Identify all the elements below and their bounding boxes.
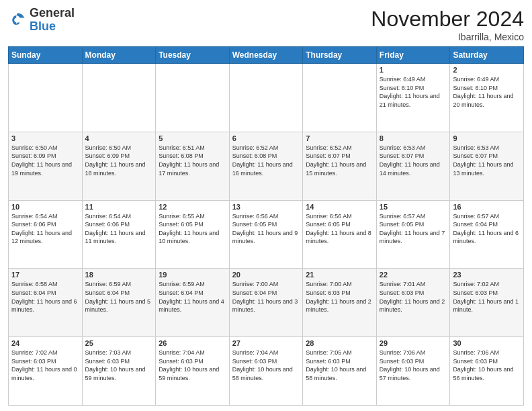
calendar-cell: 8Sunrise: 6:53 AMSunset: 6:07 PMDaylight… <box>376 132 450 200</box>
calendar-cell: 3Sunrise: 6:50 AMSunset: 6:09 PMDaylight… <box>9 132 83 200</box>
day-number: 4 <box>85 134 153 142</box>
calendar-cell <box>82 64 156 132</box>
day-number: 27 <box>232 339 300 347</box>
calendar-week-2: 3Sunrise: 6:50 AMSunset: 6:09 PMDaylight… <box>9 132 524 200</box>
day-info: Sunrise: 7:01 AMSunset: 6:03 PMDaylight:… <box>380 280 447 314</box>
calendar-cell: 26Sunrise: 7:04 AMSunset: 6:03 PMDayligh… <box>156 337 230 406</box>
month-title: November 2024 <box>371 7 524 32</box>
day-number: 9 <box>453 134 521 142</box>
day-number: 26 <box>159 339 226 347</box>
calendar-cell: 23Sunrise: 7:02 AMSunset: 6:03 PMDayligh… <box>450 269 524 337</box>
day-info: Sunrise: 6:57 AMSunset: 6:05 PMDaylight:… <box>380 212 447 246</box>
calendar-cell <box>9 64 83 132</box>
col-saturday: Saturday <box>450 47 524 64</box>
day-info: Sunrise: 6:55 AMSunset: 6:05 PMDaylight:… <box>159 212 226 246</box>
calendar-cell: 22Sunrise: 7:01 AMSunset: 6:03 PMDayligh… <box>376 269 450 337</box>
day-info: Sunrise: 6:49 AMSunset: 6:10 PMDaylight:… <box>380 75 447 109</box>
calendar-cell: 25Sunrise: 7:03 AMSunset: 6:03 PMDayligh… <box>82 337 156 406</box>
calendar-cell: 16Sunrise: 6:57 AMSunset: 6:04 PMDayligh… <box>450 200 524 269</box>
day-info: Sunrise: 6:50 AMSunset: 6:09 PMDaylight:… <box>11 144 79 177</box>
day-number: 30 <box>453 339 521 347</box>
calendar-cell: 15Sunrise: 6:57 AMSunset: 6:05 PMDayligh… <box>376 200 450 269</box>
col-monday: Monday <box>82 47 156 64</box>
calendar-cell: 12Sunrise: 6:55 AMSunset: 6:05 PMDayligh… <box>156 200 230 269</box>
day-number: 10 <box>11 203 79 211</box>
day-number: 8 <box>380 134 447 142</box>
calendar-page: General Blue November 2024 Ibarrilla, Me… <box>0 0 532 411</box>
calendar-cell: 29Sunrise: 7:06 AMSunset: 6:03 PMDayligh… <box>376 337 450 406</box>
calendar-cell: 19Sunrise: 6:59 AMSunset: 6:04 PMDayligh… <box>156 269 230 337</box>
day-number: 1 <box>380 66 447 74</box>
calendar-cell <box>229 64 303 132</box>
calendar-cell: 1Sunrise: 6:49 AMSunset: 6:10 PMDaylight… <box>376 64 450 132</box>
calendar-cell: 2Sunrise: 6:49 AMSunset: 6:10 PMDaylight… <box>450 64 524 132</box>
day-info: Sunrise: 6:59 AMSunset: 6:04 PMDaylight:… <box>85 280 153 314</box>
title-block: November 2024 Ibarrilla, Mexico <box>371 7 524 42</box>
day-number: 17 <box>11 271 79 279</box>
day-info: Sunrise: 7:06 AMSunset: 6:03 PMDaylight:… <box>453 349 521 382</box>
calendar-week-4: 17Sunrise: 6:58 AMSunset: 6:04 PMDayligh… <box>9 269 524 337</box>
calendar-cell: 21Sunrise: 7:00 AMSunset: 6:03 PMDayligh… <box>303 269 377 337</box>
day-number: 24 <box>11 339 79 347</box>
day-number: 7 <box>306 134 373 142</box>
day-number: 16 <box>453 203 521 211</box>
calendar-week-5: 24Sunrise: 7:02 AMSunset: 6:03 PMDayligh… <box>9 337 524 406</box>
calendar-cell: 6Sunrise: 6:52 AMSunset: 6:08 PMDaylight… <box>229 132 303 200</box>
day-number: 13 <box>232 203 300 211</box>
calendar-cell <box>303 64 377 132</box>
logo: General Blue <box>8 7 75 34</box>
col-thursday: Thursday <box>303 47 377 64</box>
day-info: Sunrise: 6:50 AMSunset: 6:09 PMDaylight:… <box>85 144 153 177</box>
calendar-cell: 7Sunrise: 6:52 AMSunset: 6:07 PMDaylight… <box>303 132 377 200</box>
calendar-cell: 10Sunrise: 6:54 AMSunset: 6:06 PMDayligh… <box>9 200 83 269</box>
day-info: Sunrise: 6:56 AMSunset: 6:05 PMDaylight:… <box>306 212 373 246</box>
calendar-cell: 14Sunrise: 6:56 AMSunset: 6:05 PMDayligh… <box>303 200 377 269</box>
logo-icon <box>8 11 27 30</box>
calendar-cell: 9Sunrise: 6:53 AMSunset: 6:07 PMDaylight… <box>450 132 524 200</box>
calendar-cell: 27Sunrise: 7:04 AMSunset: 6:03 PMDayligh… <box>229 337 303 406</box>
calendar-cell: 24Sunrise: 7:02 AMSunset: 6:03 PMDayligh… <box>9 337 83 406</box>
calendar-week-3: 10Sunrise: 6:54 AMSunset: 6:06 PMDayligh… <box>9 200 524 269</box>
day-info: Sunrise: 6:52 AMSunset: 6:08 PMDaylight:… <box>232 144 300 177</box>
day-number: 5 <box>159 134 226 142</box>
day-number: 22 <box>380 271 447 279</box>
day-info: Sunrise: 7:02 AMSunset: 6:03 PMDaylight:… <box>453 280 521 314</box>
day-info: Sunrise: 6:53 AMSunset: 6:07 PMDaylight:… <box>453 144 521 177</box>
day-number: 15 <box>380 203 447 211</box>
col-wednesday: Wednesday <box>229 47 303 64</box>
calendar-header-row: Sunday Monday Tuesday Wednesday Thursday… <box>9 47 524 64</box>
day-info: Sunrise: 6:56 AMSunset: 6:05 PMDaylight:… <box>232 212 300 246</box>
calendar-week-1: 1Sunrise: 6:49 AMSunset: 6:10 PMDaylight… <box>9 64 524 132</box>
day-info: Sunrise: 7:04 AMSunset: 6:03 PMDaylight:… <box>159 349 226 382</box>
calendar-cell: 11Sunrise: 6:54 AMSunset: 6:06 PMDayligh… <box>82 200 156 269</box>
calendar-cell: 17Sunrise: 6:58 AMSunset: 6:04 PMDayligh… <box>9 269 83 337</box>
calendar-cell: 20Sunrise: 7:00 AMSunset: 6:04 PMDayligh… <box>229 269 303 337</box>
day-info: Sunrise: 6:53 AMSunset: 6:07 PMDaylight:… <box>380 144 447 177</box>
col-tuesday: Tuesday <box>156 47 230 64</box>
day-number: 11 <box>85 203 153 211</box>
day-number: 21 <box>306 271 373 279</box>
day-info: Sunrise: 7:05 AMSunset: 6:03 PMDaylight:… <box>306 349 373 382</box>
day-info: Sunrise: 6:49 AMSunset: 6:10 PMDaylight:… <box>453 75 521 109</box>
day-info: Sunrise: 7:06 AMSunset: 6:03 PMDaylight:… <box>380 349 447 382</box>
calendar-cell: 28Sunrise: 7:05 AMSunset: 6:03 PMDayligh… <box>303 337 377 406</box>
calendar-table: Sunday Monday Tuesday Wednesday Thursday… <box>8 46 524 406</box>
day-info: Sunrise: 7:00 AMSunset: 6:04 PMDaylight:… <box>232 280 300 314</box>
day-number: 6 <box>232 134 300 142</box>
calendar-cell: 18Sunrise: 6:59 AMSunset: 6:04 PMDayligh… <box>82 269 156 337</box>
day-number: 29 <box>380 339 447 347</box>
calendar-cell: 30Sunrise: 7:06 AMSunset: 6:03 PMDayligh… <box>450 337 524 406</box>
page-header: General Blue November 2024 Ibarrilla, Me… <box>8 7 524 42</box>
day-info: Sunrise: 6:52 AMSunset: 6:07 PMDaylight:… <box>306 144 373 177</box>
day-info: Sunrise: 7:00 AMSunset: 6:03 PMDaylight:… <box>306 280 373 314</box>
location-text: Ibarrilla, Mexico <box>371 32 524 42</box>
day-info: Sunrise: 7:03 AMSunset: 6:03 PMDaylight:… <box>85 349 153 382</box>
day-number: 28 <box>306 339 373 347</box>
col-friday: Friday <box>376 47 450 64</box>
day-number: 20 <box>232 271 300 279</box>
day-number: 23 <box>453 271 521 279</box>
day-number: 14 <box>306 203 373 211</box>
logo-blue-text: Blue <box>30 19 56 33</box>
day-info: Sunrise: 6:58 AMSunset: 6:04 PMDaylight:… <box>11 280 79 314</box>
day-info: Sunrise: 6:57 AMSunset: 6:04 PMDaylight:… <box>453 212 521 246</box>
